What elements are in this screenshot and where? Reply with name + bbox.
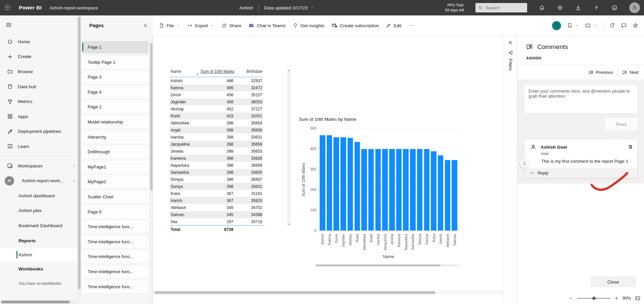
file-menu-button[interactable]: File <box>159 23 180 28</box>
scroll-up-arrow[interactable]: ▲ <box>287 69 290 71</box>
create-subscription-button[interactable]: Create subscription <box>331 22 379 29</box>
sidebar-item-browse[interactable]: Browse <box>0 64 82 79</box>
page-item-model-relationship[interactable]: Model relationship <box>82 116 148 128</box>
page-item-tooltip-page-1[interactable]: Tooltip Page 1 <box>82 56 148 68</box>
bar-joginder[interactable] <box>340 137 346 231</box>
bar-anjali[interactable] <box>368 149 374 231</box>
close-comments-button[interactable]: Close <box>590 276 636 287</box>
sidebar-item-home[interactable]: Home <box>0 34 82 49</box>
reply-button[interactable]: Reply <box>524 168 637 178</box>
sidebar-item-learn[interactable]: Learn <box>0 139 82 154</box>
page-item-time-intelligence-func[interactable]: Time-intelligence func... <box>82 220 148 233</box>
bar-salman[interactable] <box>452 160 457 231</box>
export-menu-button[interactable]: Export <box>187 23 215 28</box>
leftnav-vertical-scrollbar[interactable] <box>77 15 81 299</box>
page-item-page-2[interactable]: Page 2 <box>82 101 148 113</box>
table-row[interactable]: Kiara 387 31181 <box>170 190 263 197</box>
comment-bookmark-badge[interactable] <box>520 159 529 168</box>
column-header-birthdate[interactable]: Birthdate <box>241 69 263 74</box>
table-row[interactable]: Shreya 398 35657 <box>170 176 263 183</box>
table-row[interactable]: Abhishhek 398 35654 <box>170 119 263 126</box>
page-item-page-3[interactable]: Page 3 <box>82 71 148 83</box>
zoom-out-minus-icon[interactable] <box>568 296 573 301</box>
bar-shreya[interactable] <box>417 149 423 231</box>
edit-button[interactable]: Edit <box>386 23 401 28</box>
table-row[interactable]: Rohit 433 32001 <box>170 112 263 119</box>
delete-comment-trash-icon[interactable] <box>628 144 633 150</box>
table-row[interactable]: Girish 456 35157 <box>170 91 263 98</box>
scrollbar-thumb[interactable] <box>316 264 441 266</box>
get-insights-button[interactable]: Get insights <box>293 23 324 28</box>
sidebar-item-workspaces[interactable]: Workspaces <box>0 158 82 173</box>
bar-chart-visual[interactable]: Sum of 10th Marks by Name Sum of 10th Ma… <box>298 117 464 268</box>
zoom-slider[interactable] <box>577 298 610 299</box>
table-row[interactable]: Akshay 452 37227 <box>170 105 263 112</box>
table-row[interactable]: Katrina 465 32472 <box>170 84 263 91</box>
pages-vertical-scrollbar[interactable] <box>149 36 153 304</box>
page-item-time-intelligence-func[interactable]: Time-intelligence func... <box>82 281 148 293</box>
page-item-page-5[interactable]: Page 5 <box>82 206 148 218</box>
zoom-slider-thumb[interactable] <box>592 297 596 300</box>
bar-kiara[interactable] <box>431 151 436 231</box>
sidebar-item-deployment-pipelines[interactable]: Deployment pipelines <box>0 124 82 139</box>
bar-harish[interactable] <box>438 155 444 231</box>
bar-jenelia[interactable] <box>389 149 395 231</box>
bar-abhishhek[interactable] <box>361 149 367 231</box>
data-updated-dropdown[interactable]: Data updated 2/17/23 <box>264 5 315 10</box>
table-row[interactable]: Harsha 398 33631 <box>170 134 263 141</box>
page-item-time-intelligence-func[interactable]: Time-intelligence func... <box>82 250 148 263</box>
column-header-marks[interactable]: Sum of 10th Marks <box>197 69 234 74</box>
scrollbar-thumb[interactable] <box>154 291 435 294</box>
table-row[interactable]: Soniya 398 33631 <box>170 183 263 190</box>
download-icon[interactable] <box>575 4 582 11</box>
workspace-doc-dashboard[interactable]: Ashish dashboard <box>0 188 82 203</box>
reset-to-default-button[interactable] <box>552 21 561 30</box>
workspace-doc-bookmark-dashboard[interactable]: Bookmark Dashboard <box>0 218 82 233</box>
sidebar-item-current-workspace[interactable]: Ashish-report-work... <box>0 173 82 188</box>
search-input[interactable] <box>475 3 527 12</box>
hamburger-menu-icon[interactable] <box>5 21 12 28</box>
table-row[interactable]: Harish 367 35625 <box>170 197 263 204</box>
table-visual[interactable]: Name Sum of 10th Marks Birthdate Ashish … <box>170 68 292 233</box>
expand-filters-icon[interactable] <box>508 40 513 45</box>
feedback-smiley-icon[interactable] <box>611 4 618 11</box>
scroll-down-arrow[interactable]: ▼ <box>287 223 290 225</box>
canvas-horizontal-scrollbar[interactable] <box>153 291 503 295</box>
account-avatar[interactable] <box>629 2 640 13</box>
workspace-doc-pbix[interactable]: Ashish.pbix <box>0 203 82 218</box>
table-row[interactable]: Abhilash 345 34702 <box>170 204 263 211</box>
scrollbar-thumb[interactable] <box>150 43 152 191</box>
settings-gear-icon[interactable] <box>557 4 563 11</box>
page-item-hierarchy[interactable]: Hierarchy <box>82 131 148 143</box>
table-row[interactable]: Kareena 398 33630 <box>170 155 263 162</box>
bar-ashish[interactable] <box>320 135 325 231</box>
bar-kareena[interactable] <box>396 149 402 231</box>
bookmarks-button[interactable] <box>567 22 579 29</box>
sidebar-item-apps[interactable]: Apps <box>0 109 82 124</box>
table-row[interactable]: Jenelia 398 35653 <box>170 148 263 155</box>
bar-rohit[interactable] <box>355 142 360 231</box>
table-row[interactable]: Anjali 398 35658 <box>170 126 263 134</box>
comment-input[interactable] <box>524 85 637 113</box>
bar-girish[interactable] <box>333 137 339 231</box>
bar-katrina[interactable] <box>327 135 332 231</box>
page-item-mypage1[interactable]: MyPage1 <box>82 161 148 173</box>
page-item-time-intelligence-func[interactable]: Time-intelligence func... <box>82 265 148 278</box>
table-row[interactable]: Joginder 456 36053 <box>170 98 263 105</box>
chart-horizontal-scrollbar[interactable] <box>316 264 459 266</box>
next-comment-button[interactable]: Next <box>622 70 639 75</box>
scrollbar-thumb[interactable] <box>78 17 81 289</box>
scrollbar-thumb[interactable] <box>1 301 70 303</box>
page-item-page-1[interactable]: Page 1 <box>82 41 148 53</box>
report-item-ashish-selected[interactable]: Ashish <box>0 248 82 261</box>
bar-harsha[interactable] <box>375 149 381 231</box>
refresh-icon[interactable] <box>609 22 615 29</box>
zoom-in-plus-icon[interactable] <box>614 296 619 301</box>
share-button[interactable]: Share <box>222 23 241 28</box>
page-item-scatter-chart[interactable]: Scatter Chart <box>82 191 148 203</box>
previous-comment-button[interactable]: Previous <box>588 70 613 75</box>
notifications-bell-icon[interactable] <box>539 4 545 11</box>
table-row[interactable]: Ashish 466 32937 <box>170 77 263 84</box>
collapse-pages-icon[interactable] <box>143 23 148 28</box>
table-row[interactable]: Salman 345 34388 <box>170 211 263 218</box>
